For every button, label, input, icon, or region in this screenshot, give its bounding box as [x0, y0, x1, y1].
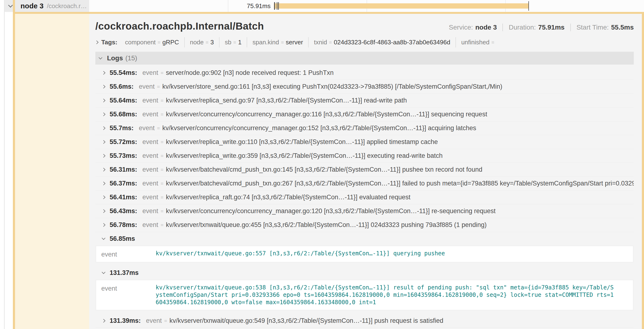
chevron-right-icon[interactable] — [102, 112, 105, 116]
log-message: kv/kvserver/replica_send.go:97 [n3,s3,r6… — [166, 97, 407, 104]
log-tick-mark — [274, 2, 275, 10]
span-name-cell[interactable]: node 3 /cockroach.roach… — [4, 0, 89, 12]
equals-sign: = — [157, 126, 160, 131]
span-timeline[interactable]: 75.91ms — [89, 0, 644, 12]
log-entry[interactable]: 56.41ms: event = kv/kvserver/replica_raf… — [95, 190, 634, 204]
log-list: 55.54ms: event = server/node.go:902 [n3]… — [95, 64, 634, 328]
log-entry-expanded: 131.37ms event kv/kvserver/txnwait/queue… — [95, 266, 634, 310]
chevron-right-icon[interactable] — [102, 126, 105, 130]
log-message: kv/kvserver/batcheval/cmd_push_txn.go:14… — [166, 166, 482, 173]
log-message: kv/kvserver/replica_write.go:359 [n3,s3,… — [166, 152, 442, 160]
tag-value: 3 — [210, 38, 214, 46]
logs-header[interactable]: Logs (15) — [95, 52, 634, 64]
chevron-right-icon[interactable] — [102, 71, 105, 75]
log-message: kv/kvserver/store_send.go:161 [n3,s3] ex… — [162, 83, 502, 90]
log-timestamp: 55.7ms: — [110, 124, 134, 132]
tag-item: sb=1 — [220, 37, 247, 48]
log-timestamp: 56.43ms: — [110, 208, 137, 215]
chevron-right-icon[interactable] — [102, 85, 105, 89]
span-accent-bar-left — [13, 0, 15, 329]
log-field-name: event — [142, 166, 158, 173]
service-value: node 3 — [475, 24, 497, 31]
log-timestamp: 55.68ms: — [110, 110, 137, 118]
log-entry[interactable]: 55.7ms: event = kv/kvserver/concurrency/… — [95, 121, 634, 135]
log-entry[interactable]: 55.54ms: event = server/node.go:902 [n3]… — [95, 66, 634, 80]
timeline-gridline — [228, 0, 228, 12]
tags-label: Tags: — [101, 38, 117, 46]
tag-key: txnid — [314, 38, 327, 46]
equals-sign: = — [161, 70, 164, 76]
chevron-right-icon[interactable] — [102, 168, 105, 172]
log-entry[interactable]: 55.64ms: event = kv/kvserver/replica_sen… — [95, 94, 634, 108]
chevron-right-icon[interactable] — [102, 140, 105, 144]
trace-detail-page: node 3 /cockroach.roach… 75.91ms /cockro… — [0, 0, 644, 329]
chevron-right-icon[interactable] — [102, 319, 105, 323]
log-entry[interactable]: 56.43ms: event = kv/kvserver/concurrency… — [95, 204, 634, 218]
equals-sign: = — [161, 98, 164, 104]
log-entry[interactable]: 56.37ms: event = kv/kvserver/batcheval/c… — [95, 177, 634, 190]
log-entry[interactable]: 55.68ms: event = kv/kvserver/concurrency… — [95, 108, 634, 121]
chevron-right-icon[interactable] — [102, 182, 105, 186]
logs-section: Logs (15) 55.54ms: event = server/node.g… — [95, 52, 634, 329]
chevron-right-icon[interactable] — [102, 209, 105, 213]
log-field-name: event — [101, 284, 156, 306]
tags-row[interactable]: Tags: component=gRPC node=3 sb=1 span.ki… — [95, 37, 634, 48]
log-message: kv/kvserver/txnwait/queue.go:455 [n3,s3,… — [166, 221, 487, 229]
log-entry-expanded: 56.85ms event kv/kvserver/txnwait/queue.… — [95, 232, 634, 262]
equals-sign: = — [157, 84, 160, 90]
log-message: kv/kvserver/concurrency/concurrency_mana… — [166, 208, 496, 215]
log-entry[interactable]: 56.78ms: event = kv/kvserver/txnwait/que… — [95, 218, 634, 232]
log-field-name: event — [101, 250, 156, 258]
log-entry[interactable]: 55.72ms: event = kv/kvserver/replica_wri… — [95, 135, 634, 149]
chevron-right-icon[interactable] — [102, 196, 105, 199]
equals-sign: = — [281, 40, 284, 45]
span-detail-panel: /cockroach.roachpb.Internal/Batch Servic… — [89, 14, 642, 329]
log-timestamp: 131.39ms: — [110, 317, 141, 324]
log-timestamp: 56.37ms: — [110, 180, 137, 187]
chevron-down-icon[interactable] — [102, 236, 105, 240]
equals-sign: = — [161, 208, 164, 214]
chevron-right-icon[interactable] — [102, 154, 105, 158]
chevron-down-icon[interactable] — [102, 270, 105, 274]
span-duration-bar[interactable] — [274, 3, 529, 8]
span-accent-bar-top — [13, 12, 644, 14]
log-field-name: event — [139, 83, 155, 90]
equals-sign: = — [161, 167, 164, 172]
log-timestamp: 55.73ms: — [110, 152, 137, 160]
log-timestamp: 56.31ms: — [110, 166, 137, 173]
equals-sign: = — [161, 181, 164, 186]
log-field-name: event — [142, 194, 158, 201]
chevron-down-icon[interactable] — [8, 3, 13, 8]
equals-sign: = — [492, 40, 494, 45]
chevron-right-icon[interactable] — [102, 99, 105, 102]
log-field-name: event — [142, 97, 158, 104]
chevron-right-icon[interactable] — [95, 40, 99, 44]
duration-value: 75.91ms — [538, 24, 565, 31]
tag-item: node=3 — [185, 37, 220, 48]
divider — [570, 24, 571, 31]
chevron-down-icon[interactable] — [99, 56, 102, 59]
tag-value: 1 — [238, 38, 242, 46]
log-message: kv/kvserver/concurrency/concurrency_mana… — [162, 124, 476, 132]
log-entry-header[interactable]: 131.37ms — [95, 266, 634, 280]
log-timestamp: 131.37ms — [110, 269, 139, 276]
log-entry-header[interactable]: 56.85ms — [95, 232, 634, 245]
log-entry[interactable]: 55.6ms: event = kv/kvserver/store_send.g… — [95, 80, 634, 94]
log-field-name: event — [142, 152, 158, 160]
log-entry[interactable]: 56.31ms: event = kv/kvserver/batcheval/c… — [95, 163, 634, 177]
log-message: kv/kvserver/txnwait/queue.go:549 [n3,s3,… — [170, 317, 443, 324]
log-entry[interactable]: 55.73ms: event = kv/kvserver/replica_wri… — [95, 149, 634, 163]
operation-name: /cockroach.roach… — [47, 2, 89, 10]
equals-sign: = — [161, 153, 164, 159]
tag-value: 024d3323-6c8f-4863-aa8b-37ab0e63496d — [334, 38, 450, 46]
log-entry[interactable]: 131.39ms: event = kv/kvserver/txnwait/qu… — [95, 314, 634, 328]
service-label: Service: — [449, 24, 473, 31]
equals-sign: = — [158, 40, 160, 45]
log-timestamp: 56.85ms — [110, 235, 135, 242]
log-tick-mark — [278, 2, 279, 10]
tag-key: node — [190, 38, 204, 46]
log-message: kv/kvserver/concurrency/concurrency_mana… — [166, 110, 487, 118]
chevron-right-icon[interactable] — [102, 223, 105, 227]
equals-sign: = — [161, 112, 164, 117]
equals-sign: = — [233, 40, 236, 45]
